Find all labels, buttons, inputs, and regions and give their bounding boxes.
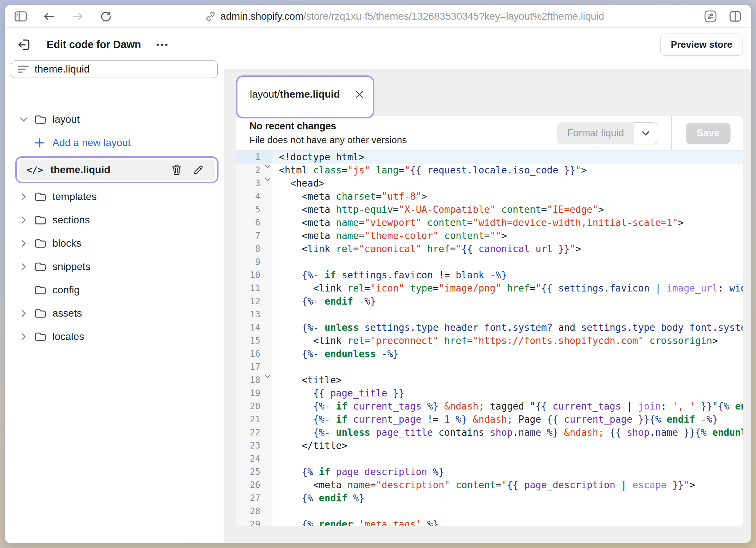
code-line-text[interactable]: {% render 'meta-tags' %} xyxy=(272,518,743,526)
plus-icon xyxy=(35,138,44,148)
chevron-right-icon[interactable] xyxy=(19,216,28,224)
folder-icon xyxy=(34,285,47,295)
chevron-right-icon[interactable] xyxy=(19,263,28,271)
save-button[interactable]: Save xyxy=(686,123,731,144)
split-view-icon[interactable] xyxy=(729,10,741,23)
code-line-text[interactable] xyxy=(272,255,743,269)
code-line-text[interactable]: <meta name="viewport" content="width=dev… xyxy=(272,216,743,229)
code-line-text[interactable] xyxy=(272,360,743,373)
fold-toggle-icon[interactable] xyxy=(265,375,271,379)
format-liquid-button[interactable]: Format liquid xyxy=(557,122,634,144)
code-line: 5 <meta http-equiv="X-UA-Compatible" con… xyxy=(236,203,743,216)
code-line-text[interactable]: {%- unless page_title contains shop.name… xyxy=(272,426,743,439)
back-icon[interactable] xyxy=(43,10,55,23)
code-line: 3 <head> xyxy=(236,177,743,190)
code-line-text[interactable]: <link rel="icon" type="image/png" href="… xyxy=(272,282,743,295)
code-line-text[interactable]: {%- if settings.favicon != blank -%} xyxy=(272,269,743,282)
sidebar-item-templates[interactable]: templates xyxy=(5,185,224,208)
code-line-text[interactable]: {%- if current_page != 1 %} &ndash; Page… xyxy=(272,413,743,426)
exit-editor-icon[interactable] xyxy=(16,37,32,53)
code-line-text[interactable]: <!doctype html> xyxy=(272,150,743,164)
code-line-text[interactable]: <link rel="preconnect" href="https://fon… xyxy=(272,334,743,347)
reload-icon[interactable] xyxy=(100,10,112,23)
code-line-text[interactable]: {%- if current_tags %} &ndash; tagged "{… xyxy=(272,400,743,413)
code-line: 2<html class="js" lang="{{ request.local… xyxy=(236,164,743,177)
file-filter-box[interactable] xyxy=(11,60,218,78)
sidebar-item-blocks[interactable]: blocks xyxy=(5,232,224,255)
file-filter-input[interactable] xyxy=(35,63,211,75)
line-number: 12 xyxy=(236,295,272,308)
folder-icon xyxy=(34,215,47,225)
sidebar-item-snippets[interactable]: snippets xyxy=(5,255,224,278)
tab-file-label: theme.liquid xyxy=(280,89,340,100)
code-line-text[interactable] xyxy=(272,505,743,518)
sidebar-item-layout[interactable]: layout xyxy=(5,108,224,131)
code-line-text[interactable]: {{ page_title }} xyxy=(272,387,743,400)
page-settings-icon[interactable] xyxy=(704,10,717,23)
sidebar-item-assets[interactable]: assets xyxy=(5,302,224,325)
line-number: 5 xyxy=(236,203,272,216)
folder-label: blocks xyxy=(52,238,81,249)
code-line-text[interactable] xyxy=(272,452,743,465)
editor-panel: No recent changes File does not have any… xyxy=(236,116,743,526)
preview-store-button[interactable]: Preview store xyxy=(660,34,743,56)
add-layout-label: Add a new layout xyxy=(52,137,131,149)
code-line-text[interactable]: <meta http-equiv="X-UA-Compatible" conte… xyxy=(272,203,743,216)
code-line-text[interactable]: {%- endif -%} xyxy=(272,295,743,308)
sidebar-item-config[interactable]: config xyxy=(5,278,224,302)
code-line-text[interactable]: <html class="js" lang="{{ request.locale… xyxy=(272,164,743,177)
code-line-text[interactable]: {% endif %} xyxy=(272,492,743,505)
fold-toggle-icon[interactable] xyxy=(265,165,271,169)
sidebar-add-new-layout[interactable]: Add a new layout xyxy=(5,131,224,154)
chevron-right-icon[interactable] xyxy=(19,309,28,317)
forward-icon[interactable] xyxy=(71,10,84,23)
sidebar-toggle-icon[interactable] xyxy=(15,10,27,23)
more-actions-icon[interactable] xyxy=(155,37,169,53)
code-line-text[interactable]: {% if page_description %} xyxy=(272,465,743,478)
tab-theme-liquid[interactable]: layout/theme.liquid xyxy=(240,80,370,114)
delete-file-icon[interactable] xyxy=(169,163,184,177)
line-number: 7 xyxy=(236,229,272,242)
sidebar-item-locales[interactable]: locales xyxy=(5,325,224,348)
code-editor[interactable]: 1<!doctype html>2<html class="js" lang="… xyxy=(236,150,743,526)
version-title: No recent changes xyxy=(249,121,407,132)
fold-toggle-icon[interactable] xyxy=(265,178,271,182)
browser-toolbar: admin.shopify.com/store/rzq1xu-f5/themes… xyxy=(5,5,751,28)
code-line-text[interactable]: <meta charset="utf-8"> xyxy=(272,190,743,203)
code-line-text[interactable]: <link rel="canonical" href="{{ canonical… xyxy=(272,242,743,255)
code-line-text[interactable]: <head> xyxy=(272,177,743,190)
code-line: 21 {%- if current_page != 1 %} &ndash; P… xyxy=(236,413,743,426)
format-liquid-dropdown[interactable] xyxy=(634,122,657,144)
line-number: 13 xyxy=(236,308,272,321)
sidebar-item-sections[interactable]: sections xyxy=(5,208,224,232)
code-line-text[interactable]: {%- endunless -%} xyxy=(272,347,743,360)
line-number: 9 xyxy=(236,255,272,269)
version-bar: No recent changes File does not have any… xyxy=(236,116,743,150)
code-line: 9 xyxy=(236,255,743,269)
line-number: 28 xyxy=(236,505,272,518)
code-line-text[interactable]: </title> xyxy=(272,439,743,452)
selected-file-label: theme.liquid xyxy=(50,164,110,176)
code-line-text[interactable] xyxy=(272,308,743,321)
chevron-right-icon[interactable] xyxy=(19,193,28,201)
line-number: 18 xyxy=(236,373,272,387)
line-number: 29 xyxy=(236,518,272,526)
code-line-text[interactable]: <meta name="theme-color" content=""> xyxy=(272,229,743,242)
url-bar[interactable]: admin.shopify.com/store/rzq1xu-f5/themes… xyxy=(112,11,697,22)
code-line: 28 xyxy=(236,505,743,518)
code-line: 20 {%- if current_tags %} &ndash; tagged… xyxy=(236,400,743,413)
code-line-text[interactable]: {%- unless settings.type_header_font.sys… xyxy=(272,321,743,334)
filter-icon xyxy=(18,65,29,74)
chevron-down-icon[interactable] xyxy=(19,117,28,122)
code-line-text[interactable]: <title> xyxy=(272,373,743,387)
line-number: 8 xyxy=(236,242,272,255)
code-line-text[interactable]: <meta name="description" content="{{ pag… xyxy=(272,478,743,492)
chevron-right-icon[interactable] xyxy=(19,333,28,341)
sidebar-item-theme-liquid[interactable]: </>theme.liquid xyxy=(19,160,215,180)
line-number: 17 xyxy=(236,360,272,373)
code-line: 23 </title> xyxy=(236,439,743,452)
rename-file-icon[interactable] xyxy=(191,163,206,177)
code-line: 19 {{ page_title }} xyxy=(236,387,743,400)
close-tab-icon[interactable] xyxy=(355,88,364,101)
chevron-right-icon[interactable] xyxy=(19,239,28,247)
